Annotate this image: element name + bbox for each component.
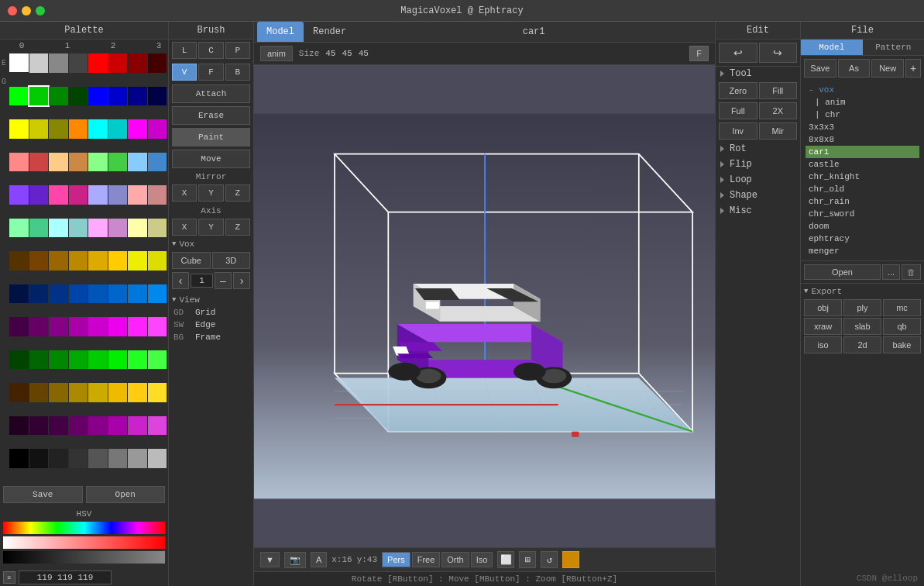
palette-save-button[interactable]: Save	[3, 486, 83, 503]
palette-cell-96[interactable]	[9, 449, 28, 467]
palette-cell-14[interactable]	[128, 87, 147, 106]
palette-cell-56[interactable]	[9, 284, 28, 303]
export-btn-iso[interactable]: iso	[804, 336, 842, 353]
camera-button[interactable]: 📷	[284, 552, 306, 568]
palette-cell-43[interactable]	[69, 219, 88, 238]
tree-item-4[interactable]: 8x8x8	[805, 133, 919, 146]
brush-mode-c[interactable]: C	[198, 42, 223, 59]
palette-cell-42[interactable]	[49, 219, 68, 238]
palette-cell-55[interactable]	[148, 251, 167, 271]
file-add-button[interactable]: +	[905, 59, 921, 78]
palette-cell-63[interactable]	[148, 284, 167, 304]
palette-cell-74[interactable]	[49, 350, 68, 370]
export-btn-slab[interactable]: slab	[843, 318, 881, 335]
export-btn-xraw[interactable]: xraw	[804, 318, 842, 335]
palette-cell-102[interactable]	[128, 449, 147, 468]
palette-cell-25[interactable]	[29, 153, 49, 172]
palette-cell-17[interactable]	[29, 119, 49, 139]
2x-button[interactable]: 2X	[759, 102, 798, 119]
tree-item-6[interactable]: castle	[805, 158, 919, 171]
palette-cell-59[interactable]	[69, 284, 88, 304]
palette-cell-30[interactable]	[128, 153, 147, 172]
mirror-x[interactable]: X	[172, 184, 197, 202]
paint-button[interactable]: Paint	[172, 128, 250, 146]
palette-cell-82[interactable]	[49, 383, 68, 402]
undo-button[interactable]: ↩	[719, 43, 757, 63]
palette-cell-60[interactable]	[88, 284, 108, 304]
palette-cell-45[interactable]	[108, 219, 128, 238]
palette-cell-51[interactable]	[69, 251, 88, 271]
palette-cell-57[interactable]	[29, 284, 49, 304]
color-accent-button[interactable]	[562, 551, 579, 568]
palette-cell-52[interactable]	[88, 251, 108, 271]
palette-cell-92[interactable]	[88, 416, 108, 436]
tree-item-8[interactable]: chr_old	[805, 183, 919, 195]
palette-cell-20[interactable]	[88, 119, 108, 139]
palette-cell-29[interactable]	[108, 153, 128, 172]
tree-item-11[interactable]: doom	[805, 220, 919, 233]
palette-cell-98[interactable]	[49, 449, 68, 468]
palette-cell-39[interactable]	[148, 185, 167, 205]
grid-icon[interactable]: ⬜	[497, 551, 514, 568]
palette-cell-24[interactable]	[9, 153, 28, 171]
palette-cell-37[interactable]	[108, 185, 128, 205]
attach-button[interactable]: Attach	[172, 84, 250, 103]
palette-cell-21[interactable]	[108, 119, 128, 139]
palette-cell-81[interactable]	[29, 383, 49, 402]
palette-cell-34[interactable]	[49, 185, 68, 205]
tab-render[interactable]: Render	[304, 22, 356, 42]
palette-cell-88[interactable]	[9, 416, 28, 435]
palette-cell-85[interactable]	[108, 383, 128, 402]
palette-cell-77[interactable]	[108, 350, 128, 370]
palette-cell-7[interactable]	[148, 53, 167, 73]
move-button[interactable]: Move	[172, 150, 250, 168]
palette-cell-27[interactable]	[69, 153, 88, 172]
palette-cell-33[interactable]	[29, 185, 49, 205]
tree-item-2[interactable]: | chr	[805, 109, 919, 121]
file-open-button[interactable]: Open	[804, 264, 881, 280]
export-btn-mc[interactable]: mc	[883, 299, 921, 316]
view-sw-row[interactable]: SW Edge	[169, 319, 253, 331]
tree-item-1[interactable]: | anim	[805, 96, 919, 109]
export-btn-2d[interactable]: 2d	[843, 336, 881, 353]
palette-cell-36[interactable]	[88, 185, 108, 205]
cam-down-button[interactable]: ▼	[260, 552, 280, 567]
file-delete-button[interactable]: 🗑	[902, 264, 921, 280]
tab-model[interactable]: Model	[257, 22, 304, 42]
palette-cell-3[interactable]	[69, 53, 88, 73]
brush-mode-p[interactable]: P	[225, 42, 250, 59]
full-button[interactable]: Full	[719, 102, 757, 119]
palette-cell-71[interactable]	[148, 317, 167, 336]
palette-cell-64[interactable]	[9, 317, 28, 336]
palette-cell-62[interactable]	[128, 284, 147, 304]
mirror-z[interactable]: Z	[225, 184, 250, 202]
palette-cell-94[interactable]	[128, 416, 147, 436]
palette-cell-103[interactable]	[148, 449, 167, 468]
palette-cell-11[interactable]	[69, 87, 88, 106]
palette-cell-99[interactable]	[69, 449, 88, 468]
file-tab-pattern[interactable]: Pattern	[863, 40, 925, 55]
palette-cell-53[interactable]	[108, 251, 128, 271]
palette-cell-100[interactable]	[88, 449, 108, 468]
palette-cell-91[interactable]	[69, 416, 88, 436]
palette-cell-66[interactable]	[49, 317, 68, 336]
tree-item-10[interactable]: chr_sword	[805, 208, 919, 220]
palette-cell-1[interactable]	[29, 53, 49, 73]
palette-cell-49[interactable]	[29, 251, 49, 271]
saturation-bar[interactable]	[3, 536, 165, 549]
shape-item[interactable]: Shape	[716, 188, 800, 203]
palette-cell-68[interactable]	[88, 317, 108, 336]
brush-mode-b[interactable]: B	[225, 64, 250, 81]
palette-cell-40[interactable]	[9, 219, 28, 237]
rotate-icon[interactable]: ↺	[541, 551, 558, 568]
palette-cell-93[interactable]	[108, 416, 128, 436]
palette-cell-31[interactable]	[148, 153, 167, 172]
palette-cell-86[interactable]	[128, 383, 147, 402]
palette-cell-76[interactable]	[88, 350, 108, 370]
palette-cell-79[interactable]	[148, 350, 167, 370]
tree-item-9[interactable]: chr_rain	[805, 195, 919, 208]
palette-cell-87[interactable]	[148, 383, 167, 402]
brush-mode-v[interactable]: V	[172, 64, 197, 81]
axis-z[interactable]: Z	[225, 219, 250, 236]
palette-cell-48[interactable]	[9, 251, 28, 270]
